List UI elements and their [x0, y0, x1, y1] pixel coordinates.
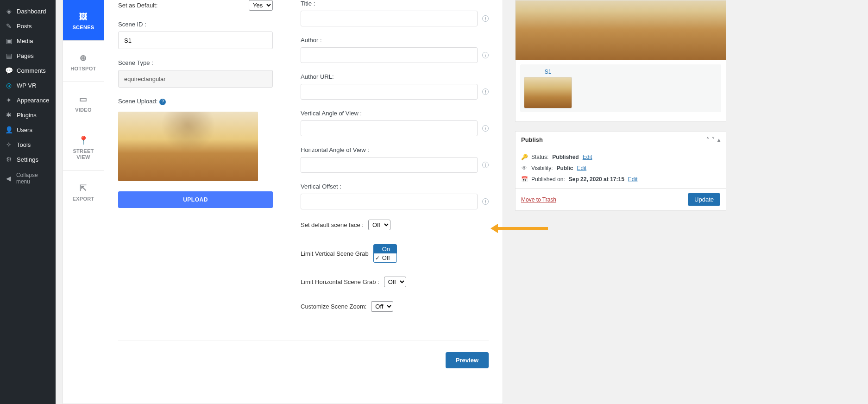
scene-thumb-image: [524, 77, 572, 108]
chevron-up-icon[interactable]: ˄: [706, 137, 709, 143]
vr-icon: ◎: [5, 81, 13, 89]
haov-input[interactable]: [301, 157, 478, 173]
nav-plugins[interactable]: ✱Plugins: [0, 107, 56, 122]
author-url-label: Author URL:: [301, 73, 334, 80]
preview-pane: S1: [515, 0, 726, 122]
scene-type-input: [118, 70, 273, 88]
info-icon[interactable]: i: [482, 162, 489, 168]
nav-settings[interactable]: ⚙Settings: [0, 152, 56, 167]
author-url-input[interactable]: [301, 84, 478, 100]
publish-box: Publish ˄ ˅ ▴ 🔑 Status: Published Edit 👁…: [515, 131, 726, 211]
edit-visibility-link[interactable]: Edit: [577, 165, 586, 171]
user-icon: 👤: [5, 126, 13, 134]
calendar-icon: 📅: [521, 176, 528, 183]
tab-export[interactable]: ⇱EXPORT: [63, 171, 104, 212]
nav-label: Posts: [17, 23, 32, 30]
visibility-label: Visibility:: [531, 165, 553, 171]
vertical-tabs: 🖼SCENES ⊕HOTSPOT ▭VIDEO 📍STREETVIEW ⇱EXP…: [63, 0, 104, 404]
tab-label: VIDEO: [75, 107, 92, 113]
default-face-label: Set default scene face :: [301, 221, 364, 228]
set-default-select[interactable]: Yes: [249, 0, 273, 11]
publish-header: Publish ˄ ˅ ▴: [516, 132, 726, 148]
vaov-input[interactable]: [301, 120, 478, 136]
info-icon[interactable]: i: [482, 52, 489, 58]
caret-icon[interactable]: ▴: [717, 137, 720, 143]
media-icon: ▣: [5, 37, 13, 45]
dashboard-icon: ◈: [5, 7, 13, 15]
nav-users[interactable]: 👤Users: [0, 122, 56, 137]
dropdown-option-on[interactable]: On: [374, 245, 396, 253]
author-input[interactable]: [301, 47, 478, 63]
limit-horizontal-label: Limit Horizontal Scene Grab :: [301, 278, 379, 285]
tab-label: EXPORT: [72, 196, 94, 202]
status-row: 🔑 Status: Published Edit: [521, 154, 720, 160]
right-sidebar: S1 Publish ˄ ˅ ▴ 🔑 Status: Published: [503, 0, 726, 404]
chevron-down-icon[interactable]: ˅: [712, 137, 715, 143]
tab-label: STREETVIEW: [73, 148, 94, 160]
scene-advanced-column: Title : i Author : i Author URL: i Verti…: [301, 0, 489, 322]
move-to-trash-link[interactable]: Move to Trash: [521, 196, 556, 203]
nav-appearance[interactable]: ✦Appearance: [0, 93, 56, 107]
published-label: Published on:: [531, 176, 565, 183]
nav-posts[interactable]: ✎Posts: [0, 19, 56, 33]
edit-status-link[interactable]: Edit: [583, 154, 592, 160]
published-value: Sep 22, 2020 at 17:15: [569, 176, 624, 183]
dropdown-option-off[interactable]: ✓Off: [374, 253, 396, 262]
nav-label: Pages: [17, 52, 34, 59]
info-icon[interactable]: i: [482, 88, 489, 95]
pin-icon: 📍: [78, 135, 88, 145]
admin-sidebar: ◈Dashboard ✎Posts ▣Media ▤Pages 💬Comment…: [0, 0, 56, 404]
tab-street-view[interactable]: 📍STREETVIEW: [63, 123, 104, 171]
update-button[interactable]: Update: [688, 193, 720, 206]
scene-thumb-label: S1: [524, 69, 572, 75]
brush-icon: ✦: [5, 96, 13, 104]
upload-button[interactable]: UPLOAD: [118, 191, 273, 208]
nav-dashboard[interactable]: ◈Dashboard: [0, 4, 56, 19]
status-label: Status:: [531, 154, 548, 160]
info-icon[interactable]: i: [482, 198, 489, 205]
tab-scenes[interactable]: 🖼SCENES: [63, 0, 104, 41]
scene-thumbnail[interactable]: [118, 112, 258, 181]
zoom-select[interactable]: Off: [371, 301, 393, 312]
title-input[interactable]: [301, 11, 478, 26]
default-face-select[interactable]: Off: [368, 220, 390, 230]
zoom-label: Customize Scene Zoom:: [301, 303, 366, 310]
preview-button[interactable]: Preview: [446, 352, 489, 368]
nav-tools[interactable]: ✧Tools: [0, 137, 56, 152]
limit-horizontal-select[interactable]: Off: [384, 277, 406, 287]
tab-hotspot[interactable]: ⊕HOTSPOT: [63, 41, 104, 82]
tab-video[interactable]: ▭VIDEO: [63, 82, 104, 123]
nav-label: Dashboard: [17, 8, 46, 15]
visibility-row: 👁 Visibility: Public Edit: [521, 165, 720, 171]
main-content: Set as Default: Yes Scene ID : Scene Typ…: [104, 0, 503, 404]
collapse-label: Collapse menu: [16, 172, 51, 185]
limit-vertical-label: Limit Vertical Scene Grab: [301, 250, 369, 257]
info-icon[interactable]: i: [482, 15, 489, 22]
nav-wpvr[interactable]: ◎WP VR: [0, 78, 56, 93]
target-icon: ⊕: [80, 53, 87, 63]
nav-label: WP VR: [17, 82, 36, 89]
scene-id-input[interactable]: [118, 32, 273, 49]
edit-date-link[interactable]: Edit: [628, 176, 638, 183]
scene-upload-label: Scene Upload:?: [118, 98, 166, 105]
nav-label: Appearance: [17, 97, 49, 104]
preview-image[interactable]: [516, 0, 726, 60]
limit-vertical-dropdown-open[interactable]: On ✓Off: [373, 244, 397, 263]
help-icon[interactable]: ?: [159, 99, 166, 105]
plug-icon: ✱: [5, 111, 13, 119]
nav-label: Users: [17, 126, 32, 133]
voffset-input[interactable]: [301, 194, 478, 209]
nav-pages[interactable]: ▤Pages: [0, 48, 56, 63]
status-value: Published: [552, 154, 579, 160]
comments-icon: 💬: [5, 66, 13, 75]
visibility-value: Public: [556, 165, 573, 171]
tab-label: HOTSPOT: [70, 66, 96, 71]
scene-thumb-item[interactable]: S1: [524, 69, 572, 108]
nav-comments[interactable]: 💬Comments: [0, 63, 56, 78]
author-label: Author :: [301, 37, 322, 44]
nav-media[interactable]: ▣Media: [0, 33, 56, 48]
info-icon[interactable]: i: [482, 125, 489, 132]
scene-basic-column: Set as Default: Yes Scene ID : Scene Typ…: [118, 0, 273, 322]
collapse-menu[interactable]: ◀Collapse menu: [0, 169, 56, 188]
haov-label: Horizontal Angle of View :: [301, 146, 369, 153]
